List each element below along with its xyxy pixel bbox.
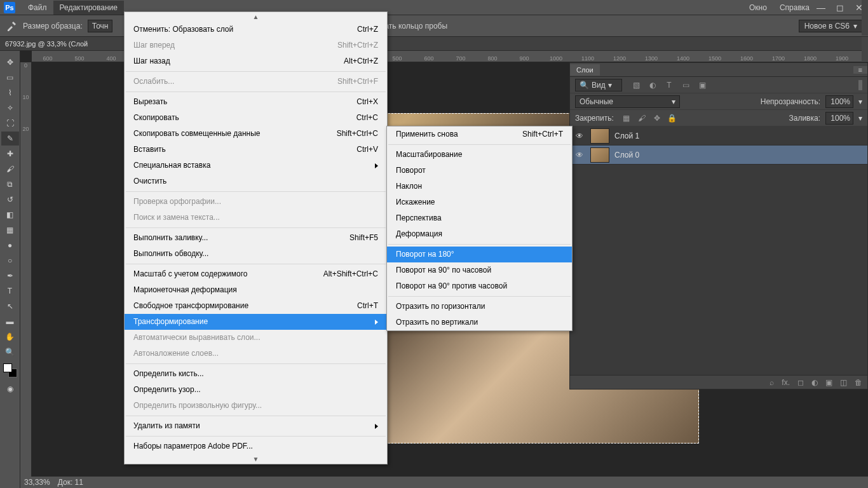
lasso-tool[interactable]: ⌇	[1, 86, 19, 100]
shape-tool[interactable]: ▬	[1, 315, 19, 329]
fill-label: Заливка:	[789, 114, 820, 123]
menu-help[interactable]: Справка	[773, 1, 816, 15]
menu-item[interactable]: Определить кисть...	[125, 366, 387, 382]
panel-menu-icon[interactable]: ≡	[853, 66, 867, 74]
wand-tool[interactable]: ✧	[1, 101, 19, 115]
blur-tool[interactable]: ●	[1, 238, 19, 252]
menu-item[interactable]: СкопироватьCtrl+C	[125, 110, 387, 126]
menu-item[interactable]: Специальная вставка	[125, 158, 387, 173]
menu-item[interactable]: Выполнить заливку...Shift+F5	[125, 230, 387, 246]
menu-item[interactable]: Искажение	[387, 194, 572, 210]
layer-name[interactable]: Слой 0	[614, 151, 639, 159]
zoom-tool[interactable]: 🔍	[1, 345, 19, 359]
hand-tool[interactable]: ✋	[1, 330, 19, 344]
menu-item[interactable]: Отразить по горизонтали	[387, 299, 572, 315]
marquee-tool[interactable]: ▭	[1, 71, 19, 85]
gradient-tool[interactable]: ▦	[1, 223, 19, 237]
menu-item[interactable]: Поворот	[387, 163, 572, 179]
menu-item[interactable]: Очистить	[125, 173, 387, 189]
quickmask-tool[interactable]: ◉	[1, 382, 19, 396]
menu-window[interactable]: Окно	[743, 1, 773, 15]
menu-item[interactable]: Поворот на 90° против часовой	[387, 278, 572, 294]
layers-tab-label: Слои	[570, 64, 600, 76]
menu-item[interactable]: Выполнить обводку...	[125, 246, 387, 262]
lock-paint-icon[interactable]: 🖌	[637, 113, 647, 123]
whats-new-dropdown[interactable]: Новое в CS6 ▾	[799, 20, 863, 32]
layer-thumb[interactable]	[590, 147, 609, 163]
eraser-tool[interactable]: ◧	[1, 208, 19, 222]
menu-item[interactable]: Перспектива	[387, 210, 572, 226]
collapsed-panel-2[interactable]	[862, 37, 868, 61]
menu-item[interactable]: Шаг назадAlt+Ctrl+Z	[125, 53, 387, 69]
opacity-field[interactable]: 100%	[825, 95, 853, 108]
eyedropper-tool[interactable]: ✎	[1, 132, 19, 146]
path-tool[interactable]: ↖	[1, 299, 19, 313]
menu-item[interactable]: Определить узор...	[125, 382, 387, 398]
pen-tool[interactable]: ✒	[1, 269, 19, 283]
menu-item[interactable]: ВставитьCtrl+V	[125, 142, 387, 158]
menu-file[interactable]: Файл	[22, 1, 53, 15]
layer-name[interactable]: Слой 1	[614, 132, 639, 140]
layer-thumb[interactable]	[590, 128, 609, 144]
crop-tool[interactable]: ⛶	[1, 116, 19, 130]
layer-filter-kind[interactable]: 🔍 Вид ▾	[575, 79, 622, 92]
menu-item[interactable]: Марионеточная деформация	[125, 282, 387, 298]
menu-item[interactable]: Масштабирование	[387, 147, 572, 163]
fx-icon[interactable]: fx.	[782, 378, 790, 387]
layers-tab[interactable]: Слои ≡	[570, 63, 867, 77]
color-swatches[interactable]	[3, 363, 17, 377]
move-tool[interactable]: ✥	[1, 55, 19, 69]
group-icon[interactable]: ▣	[825, 378, 832, 387]
menu-item[interactable]: Свободное трансформированиеCtrl+T	[125, 298, 387, 314]
brush-tool[interactable]: 🖌	[1, 162, 19, 176]
link-icon[interactable]: ⌕	[770, 378, 774, 387]
minimize-icon[interactable]: —	[816, 3, 826, 12]
filter-shape-icon[interactable]: ▭	[681, 80, 691, 90]
menu-item[interactable]: Применить сноваShift+Ctrl+T	[387, 126, 572, 142]
menu-item[interactable]: Масштаб с учетом содержимогоAlt+Shift+Ct…	[125, 266, 387, 282]
lock-transparency-icon[interactable]: ▦	[621, 113, 632, 123]
menu-item[interactable]: Скопировать совмещенные данныеShift+Ctrl…	[125, 126, 387, 142]
layer-item[interactable]: 👁 Слой 1	[570, 126, 867, 146]
blend-mode-dropdown[interactable]: Обычные ▾	[575, 95, 680, 108]
filter-smart-icon[interactable]: ▣	[697, 80, 707, 90]
ps-logo: Ps	[4, 2, 15, 13]
menu-item[interactable]: Поворот на 180°	[387, 247, 572, 262]
lock-position-icon[interactable]: ✥	[652, 113, 662, 123]
adjust-icon[interactable]: ◐	[811, 378, 818, 387]
stamp-tool[interactable]: ⧉	[1, 177, 19, 191]
fill-field[interactable]: 100%	[825, 112, 853, 125]
history-brush-tool[interactable]: ↺	[1, 193, 19, 207]
ring-checkbox-label[interactable]: ать кольцо пробы	[384, 22, 447, 30]
menu-item[interactable]: Наклон	[387, 179, 572, 194]
menu-edit[interactable]: Редактирование	[53, 1, 124, 15]
zoom-level[interactable]: 33,33%	[24, 478, 50, 487]
filter-type-icon[interactable]: T	[664, 80, 674, 90]
menu-item[interactable]: Отменить: Образовать слойCtrl+Z	[125, 22, 387, 37]
new-layer-icon[interactable]: ◫	[840, 378, 847, 387]
collapsed-panel-1[interactable]	[862, 0, 868, 36]
filter-adjust-icon[interactable]: ◐	[648, 80, 658, 90]
filter-pixel-icon[interactable]: ▧	[631, 80, 641, 90]
menu-item[interactable]: Трансформирование	[125, 314, 387, 330]
menu-item[interactable]: Удалить из памяти	[125, 418, 387, 434]
filter-toggle[interactable]	[858, 80, 862, 90]
trash-icon[interactable]: 🗑	[855, 378, 862, 387]
visibility-icon[interactable]: 👁	[574, 149, 585, 161]
dodge-tool[interactable]: ○	[1, 254, 19, 268]
lock-all-icon[interactable]: 🔒	[667, 113, 677, 123]
layer-item[interactable]: 👁 Слой 0	[570, 146, 867, 165]
menu-item[interactable]: Поворот на 90° по часовой	[387, 262, 572, 278]
heal-tool[interactable]: ✚	[1, 147, 19, 161]
menu-item[interactable]: Отразить по вертикали	[387, 315, 572, 330]
maximize-icon[interactable]: ◻	[835, 3, 845, 12]
sample-size-field[interactable]: Точн	[88, 20, 113, 32]
chevron-down-icon[interactable]: ▾	[858, 114, 862, 123]
menu-item[interactable]: ВырезатьCtrl+X	[125, 94, 387, 110]
menu-item[interactable]: Наборы параметров Adobe PDF...	[125, 438, 387, 454]
mask-icon[interactable]: ◻	[797, 378, 804, 387]
menu-item[interactable]: Деформация	[387, 226, 572, 242]
chevron-down-icon[interactable]: ▾	[858, 97, 862, 106]
type-tool[interactable]: T	[1, 284, 19, 298]
visibility-icon[interactable]: 👁	[574, 130, 585, 142]
